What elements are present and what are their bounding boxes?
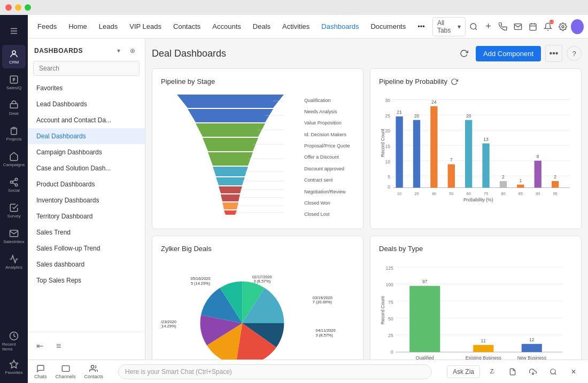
funnel-chart: Qualification Needs Analysis Value Propo…: [161, 92, 354, 220]
sidebar-collapse-button[interactable]: ⇤: [32, 337, 48, 355]
refresh-button[interactable]: [457, 46, 471, 61]
bottom-tab-contacts[interactable]: Contacts: [84, 364, 104, 379]
bar-85-orange: [517, 185, 524, 188]
svg-text:8: 8: [537, 154, 539, 159]
search-button[interactable]: [467, 19, 481, 35]
bottom-action-2[interactable]: [505, 364, 521, 380]
nav-more[interactable]: •••: [412, 19, 430, 34]
bar-95-orange: [552, 181, 559, 187]
settings-button[interactable]: [556, 19, 570, 35]
svg-text:1: 1: [519, 178, 522, 183]
nav-vip-leads[interactable]: VIP Leads: [124, 19, 167, 34]
maximize-button[interactable]: [25, 4, 31, 11]
sidebar-item-desk[interactable]: Desk: [2, 96, 26, 120]
sidebar-item-deal-dashboards[interactable]: Deal Dashboards: [28, 128, 145, 144]
svg-text:5 (14.29%): 5 (14.29%): [191, 281, 210, 286]
pipeline-by-probability-card: Pipeline by Probability 30 25 20 15 10 5…: [370, 68, 582, 229]
sidebar-label-survey: Survey: [7, 214, 21, 218]
sidebar-item-salesinbox[interactable]: SalesInbox: [2, 224, 26, 248]
notifications-button[interactable]: 13: [541, 19, 555, 35]
bar-60-teal: [465, 120, 472, 188]
add-component-button[interactable]: Add Component: [476, 46, 541, 61]
sidebar-item-sales-trend[interactable]: Sales Trend: [28, 224, 145, 240]
sidebar-item-lead-dashboards[interactable]: Lead Dashboards: [28, 96, 145, 112]
svg-text:24: 24: [431, 99, 437, 105]
funnel-layer-9: [221, 194, 240, 201]
sidebar-item-top-sales-reps[interactable]: Top Sales Reps: [28, 272, 145, 288]
sidebar-item-crm[interactable]: CRM: [2, 45, 26, 68]
bottom-action-1[interactable]: Zᵢ: [484, 364, 500, 380]
sidebar-item-campaigns[interactable]: Campaigns: [2, 147, 26, 171]
bottom-right-actions: Ask Zia Zᵢ ✕: [447, 364, 582, 380]
svg-text:20: 20: [385, 128, 390, 134]
sidebar-item-favorites[interactable]: Favorites: [2, 355, 26, 379]
sidebar-item-campaign-dashboards[interactable]: Campaign Dashboards: [28, 144, 145, 160]
svg-text:50: 50: [388, 316, 393, 322]
calendar-button[interactable]: [526, 19, 540, 35]
help-button[interactable]: ?: [567, 46, 582, 61]
bottom-action-3[interactable]: [525, 364, 541, 380]
minimize-button[interactable]: [15, 4, 21, 11]
sidebar-item-salesiq[interactable]: SalesIQ: [2, 71, 26, 94]
sidebar-item-sales-dashboard[interactable]: Sales dashboard: [28, 256, 145, 272]
all-tabs-button[interactable]: All Tabs ▾: [432, 17, 466, 36]
all-tabs-label: All Tabs: [437, 19, 456, 34]
sidebar-item-favorites[interactable]: Favorites: [28, 80, 145, 96]
nav-contacts[interactable]: Contacts: [168, 19, 206, 34]
nav-home[interactable]: Home: [63, 19, 92, 34]
sidebar-item-inventory-dashboards[interactable]: Inventory Dashboards: [28, 192, 145, 208]
svg-text:30: 30: [385, 98, 390, 103]
sidebar-add-icon[interactable]: ⊕: [127, 45, 138, 57]
bottom-action-5[interactable]: ✕: [566, 364, 582, 380]
probability-bar-chart: 30 25 20 15 10 5 0: [379, 92, 572, 204]
zylker-big-deals-title: Zylker Big Deals: [161, 245, 354, 253]
nav-feeds[interactable]: Feeds: [32, 19, 62, 34]
sidebar-item-account-contact[interactable]: Account and Contact Da...: [28, 112, 145, 128]
sidebar-item-territory-dashboard[interactable]: Territory Dashboard: [28, 208, 145, 224]
sidebar-item-survey[interactable]: Survey: [2, 199, 26, 222]
funnel-layer-10: [222, 202, 238, 209]
bottom-action-4[interactable]: [545, 364, 561, 380]
nav-leads[interactable]: Leads: [94, 19, 123, 34]
dashboard-sidebar: DASHBOARDS ▾ ⊕ Favorites Lead Dashboards…: [28, 38, 145, 359]
funnel-layer-1: [177, 95, 284, 108]
sidebar-search[interactable]: [33, 61, 140, 76]
svg-text:13: 13: [483, 137, 489, 142]
bar-qualified: [409, 286, 440, 352]
smart-chat-input[interactable]: Here is your Smart Chat (Ctrl+Space): [118, 364, 432, 379]
svg-text:Record Count: Record Count: [380, 296, 385, 324]
probability-refresh-icon[interactable]: [451, 78, 458, 85]
sidebar-item-analytics[interactable]: Analytics: [2, 250, 26, 273]
funnel-label-2: Needs Analysis: [304, 109, 350, 114]
dashboard-grid: Pipeline by Stage: [152, 68, 582, 359]
sidebar-list-view-button[interactable]: ≡: [52, 337, 65, 355]
sidebar-label-social: Social: [8, 188, 20, 193]
sidebar-item-case-solution[interactable]: Case and Solution Dash...: [28, 160, 145, 176]
bottom-tab-chats[interactable]: Chats: [34, 364, 47, 379]
sidebar-item-social[interactable]: Social: [2, 173, 26, 197]
nav-documents[interactable]: Documents: [365, 19, 411, 34]
chevron-down-icon: ▾: [458, 23, 461, 30]
mail-button[interactable]: [511, 19, 525, 35]
nav-accounts[interactable]: Accounts: [207, 19, 246, 34]
funnel-layer-5: [208, 152, 253, 166]
add-button[interactable]: +: [482, 19, 496, 35]
bar-40-orange: [430, 106, 437, 187]
close-button[interactable]: [5, 4, 12, 11]
user-avatar[interactable]: [571, 19, 584, 34]
sidebar-dropdown-icon[interactable]: ▾: [113, 45, 125, 57]
bottom-tab-channels[interactable]: Channels: [56, 364, 76, 379]
svg-text:Existing Business: Existing Business: [466, 355, 501, 359]
sidebar-item-projects[interactable]: Projects: [2, 122, 26, 145]
ask-zia-button[interactable]: Ask Zia: [447, 365, 480, 378]
more-options-button[interactable]: •••: [545, 45, 562, 62]
phone-button[interactable]: [496, 19, 510, 35]
sidebar-item-sales-followup[interactable]: Sales Follow-up Trend: [28, 240, 145, 256]
sidebar-item-recent[interactable]: Recent Items: [2, 330, 26, 353]
hamburger-menu[interactable]: [2, 19, 26, 43]
svg-point-8: [470, 24, 476, 29]
nav-dashboards[interactable]: Dashboards: [316, 19, 364, 34]
sidebar-item-product-dashboards[interactable]: Product Dashboards: [28, 176, 145, 192]
nav-activities[interactable]: Activities: [277, 19, 315, 34]
nav-deals[interactable]: Deals: [247, 19, 276, 34]
